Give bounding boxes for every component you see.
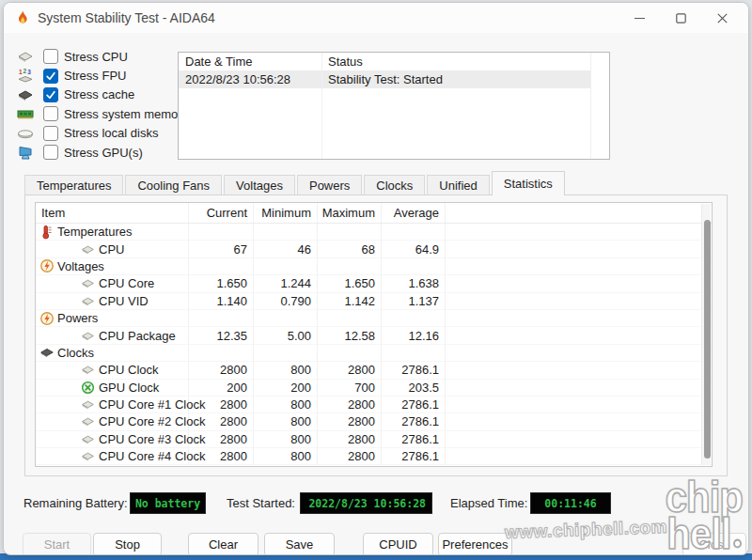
stats-scrollbar-thumb[interactable] xyxy=(704,220,711,459)
stats-header-row: Item Current Minimum Maximum Average xyxy=(36,203,712,224)
stats-current-cell: 2800 xyxy=(189,448,254,464)
stats-row-filler xyxy=(446,224,712,240)
stats-row-filler xyxy=(446,362,712,378)
stats-row[interactable]: CPU Package12.355.0012.5812.16 xyxy=(36,327,712,344)
tab-powers[interactable]: Powers xyxy=(297,175,362,195)
stress-checkbox[interactable] xyxy=(43,69,58,84)
stats-row[interactable]: CPU VID1.1400.7901.1421.137 xyxy=(36,293,712,310)
stats-maximum-cell xyxy=(318,258,382,274)
stress-option-label[interactable]: Stress local disks xyxy=(64,126,158,140)
stats-maximum-cell: 2800 xyxy=(318,448,382,464)
close-button[interactable]: Close xyxy=(682,533,746,555)
stats-row[interactable]: CPU Core1.6501.2441.6501.638 xyxy=(36,275,712,292)
log-column-status[interactable]: Status xyxy=(321,54,363,69)
cpuid-button[interactable]: CPUID xyxy=(363,533,433,555)
window-controls xyxy=(619,3,743,33)
stats-maximum-cell: 68 xyxy=(318,241,382,257)
stats-item-cell: GPU Clock xyxy=(36,380,189,396)
stats-column-maximum[interactable]: Maximum xyxy=(318,203,382,223)
stress-checkbox[interactable] xyxy=(43,145,58,160)
stats-row[interactable]: CPU Core #1 Clock280080028002786.1 xyxy=(36,397,712,413)
stats-row-filler xyxy=(446,380,712,396)
stress-option-label[interactable]: Stress CPU xyxy=(64,50,128,64)
stats-row[interactable]: Clocks xyxy=(36,345,712,362)
stats-current-cell: 12.35 xyxy=(189,327,254,343)
stress-option-label[interactable]: Stress GPU(s) xyxy=(64,146,143,160)
stats-current-cell xyxy=(189,258,254,274)
tab-cooling-fans[interactable]: Cooling Fans xyxy=(125,175,222,195)
stats-row-filler xyxy=(446,258,712,274)
stats-average-cell: 2786.1 xyxy=(382,448,446,464)
cpu-chip-icon xyxy=(80,293,96,309)
stress-checkbox[interactable] xyxy=(43,106,58,121)
minimize-button[interactable] xyxy=(619,3,660,33)
tab-statistics[interactable]: Statistics xyxy=(492,171,565,195)
clear-button[interactable]: Clear xyxy=(188,533,258,555)
stats-item-label: Powers xyxy=(57,311,98,325)
stats-item-cell: CPU Core #1 Clock xyxy=(36,397,189,412)
tab-temperatures[interactable]: Temperatures xyxy=(24,175,123,195)
test-started-value: 2022/8/23 10:56:28 xyxy=(308,497,426,510)
preferences-button[interactable]: Preferences xyxy=(438,533,512,555)
stats-row[interactable]: CPU Core #3 Clock280080028002786.1 xyxy=(36,431,712,448)
stats-row[interactable]: CPU Core #2 Clock280080028002786.1 xyxy=(36,413,712,430)
title-bar[interactable]: System Stability Test - AIDA64 xyxy=(4,3,748,33)
stats-row[interactable]: CPU Core #4 Clock280080028002786.1 xyxy=(36,448,712,465)
stats-maximum-cell: 2800 xyxy=(318,431,382,447)
stats-minimum-cell: 800 xyxy=(254,448,318,464)
log-column-datetime[interactable]: Date & Time xyxy=(179,54,321,69)
stress-checkbox[interactable] xyxy=(43,87,58,102)
stats-column-minimum[interactable]: Minimum xyxy=(254,203,318,223)
stress-options-list: Stress CPU123Stress FPUStress cacheStres… xyxy=(16,47,188,162)
stress-option-label[interactable]: Stress FPU xyxy=(64,69,126,83)
stats-minimum-cell: 800 xyxy=(254,397,318,412)
stats-row[interactable]: Voltages xyxy=(36,258,712,275)
stats-scrollbar-track[interactable] xyxy=(701,204,711,465)
stats-row-filler xyxy=(446,448,712,464)
stats-row[interactable]: GPU Clock200200700203.5 xyxy=(36,380,712,397)
watermark-url: www.chiphell.com xyxy=(505,517,668,543)
stats-maximum-cell: 2800 xyxy=(318,413,382,429)
tab-voltages[interactable]: Voltages xyxy=(224,175,295,195)
log-row[interactable]: 2022/8/23 10:56:28Stability Test: Starte… xyxy=(179,70,590,88)
stats-row[interactable]: Powers xyxy=(36,310,712,327)
stats-column-average[interactable]: Average xyxy=(382,203,446,223)
start-button[interactable]: Start xyxy=(23,533,91,555)
stats-minimum-cell: 1.244 xyxy=(254,275,318,291)
stats-row-filler xyxy=(446,241,712,257)
gpu-icon xyxy=(16,144,35,161)
stop-button[interactable]: Stop xyxy=(93,533,162,555)
stats-average-cell: 203.5 xyxy=(382,380,446,396)
tab-clocks[interactable]: Clocks xyxy=(364,175,425,195)
stats-average-cell: 2786.1 xyxy=(382,397,446,412)
stress-checkbox[interactable] xyxy=(43,49,58,64)
stats-minimum-cell: 800 xyxy=(254,413,318,429)
close-window-button[interactable] xyxy=(701,3,743,33)
stats-item-cell: CPU Core #2 Clock xyxy=(36,413,189,429)
stats-current-cell: 2800 xyxy=(189,413,254,429)
remaining-battery-value: No battery xyxy=(135,497,200,510)
power-icon xyxy=(39,310,55,326)
stats-column-item[interactable]: Item xyxy=(36,203,189,223)
stress-option-label[interactable]: Stress cache xyxy=(64,87,134,101)
stats-item-label: Clocks xyxy=(57,346,94,360)
stats-column-current[interactable]: Current xyxy=(189,203,254,223)
stats-minimum-cell: 800 xyxy=(254,431,318,447)
stats-row[interactable]: CPU Clock280080028002786.1 xyxy=(36,362,712,379)
stress-checkbox[interactable] xyxy=(43,126,58,141)
stats-row-filler xyxy=(446,327,712,343)
stats-row[interactable]: Temperatures xyxy=(36,224,712,241)
watermark-logo-top: chip xyxy=(666,480,743,517)
stress-option-label[interactable]: Stress system memory xyxy=(64,107,188,121)
svg-text:1: 1 xyxy=(19,69,23,75)
tab-unified[interactable]: Unified xyxy=(427,175,489,195)
cache-icon xyxy=(16,86,35,103)
cpu-icon xyxy=(16,48,35,65)
statistics-table: Item Current Minimum Maximum Average Tem… xyxy=(35,202,713,467)
stats-minimum-cell xyxy=(254,224,318,240)
save-button[interactable]: Save xyxy=(264,533,335,555)
stats-row-filler xyxy=(446,275,712,291)
stress-option-row: Stress GPU(s) xyxy=(16,143,188,162)
maximize-button[interactable] xyxy=(660,3,701,33)
stats-row[interactable]: CPU67466864.9 xyxy=(36,241,712,257)
